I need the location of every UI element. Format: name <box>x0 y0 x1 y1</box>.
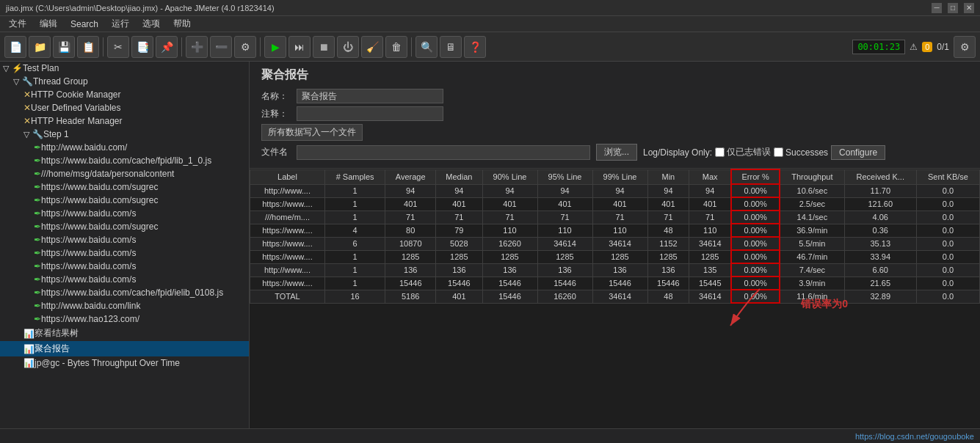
sidebar-item-sampler-9[interactable]: ✒ https://www.baidu.com/s <box>0 246 249 260</box>
sampler-icon: ✒ <box>34 248 41 258</box>
sampler-icon: ✒ <box>34 208 41 219</box>
vars-icon: ✕ <box>23 103 31 113</box>
file-row: 文件名 浏览... Log/Display Only: 仅已志错误 Succes… <box>261 144 968 161</box>
menu-file[interactable]: 文件 <box>3 16 32 32</box>
successes-checkbox-label[interactable]: Successes <box>774 147 828 158</box>
toolbar-shutdown[interactable]: ⏻ <box>337 36 359 58</box>
menu-options[interactable]: 选项 <box>137 16 166 32</box>
toolbar-clear[interactable]: 🧹 <box>361 36 383 58</box>
sidebar: ▽ ⚡ Test Plan ▽ 🔧 Thread Group ✕ HTTP Co… <box>0 62 250 428</box>
toolbar-start[interactable]: ▶ <box>264 36 286 58</box>
window-controls: ─ □ ✕ <box>932 3 974 13</box>
sidebar-item-sampler-13[interactable]: ✒ http://www.baidu.com/link <box>0 299 249 312</box>
errors-label: 仅已志错误 <box>727 146 771 158</box>
toolbar-copy[interactable]: 📑 <box>131 36 153 58</box>
toolbar-new[interactable]: 📄 <box>4 36 26 58</box>
toolbar-remove[interactable]: ➖ <box>210 36 232 58</box>
sidebar-item-header[interactable]: ✕ HTTP Header Manager <box>0 114 249 128</box>
menu-help[interactable]: 帮助 <box>167 16 197 32</box>
menu-run[interactable]: 运行 <box>106 16 135 32</box>
maximize-button[interactable]: □ <box>948 3 958 13</box>
minimize-button[interactable]: ─ <box>932 3 942 13</box>
sampler-icon: ✒ <box>34 274 41 285</box>
separator-1 <box>103 37 104 56</box>
col-error: Error % <box>731 169 780 184</box>
header-icon: ✕ <box>23 116 31 126</box>
sidebar-item-step1[interactable]: ▽ 🔧 Step 1 <box>0 128 249 141</box>
table-row: https://www....14014014014014014014010.0… <box>250 197 980 210</box>
col-95line: 95% Line <box>537 169 592 184</box>
sidebar-item-sampler-1[interactable]: ✒ http://www.baidu.com/ <box>0 141 249 154</box>
warn-icon: ⚠ <box>910 42 918 52</box>
sidebar-item-sampler-7[interactable]: ✒ https://www.baidu.com/sugrec <box>0 220 249 233</box>
toolbar-clear-all[interactable]: 🗑 <box>385 36 407 58</box>
menu-edit[interactable]: 编辑 <box>34 16 63 32</box>
col-min: Min <box>647 169 689 184</box>
filename-input[interactable] <box>297 145 590 160</box>
sidebar-item-label: Step 1 <box>43 129 69 139</box>
sidebar-item-testplan[interactable]: ▽ ⚡ Test Plan <box>0 62 249 75</box>
toolbar-cut[interactable]: ✂ <box>107 36 129 58</box>
sidebar-item-sampler-5[interactable]: ✒ https://www.baidu.com/sugrec <box>0 194 249 207</box>
sidebar-item-label: https://www.baidu.com/s <box>41 248 136 258</box>
sidebar-item-threadgroup[interactable]: ▽ 🔧 Thread Group <box>0 75 249 88</box>
sidebar-item-aggregate-report[interactable]: 📊 聚合报告 <box>0 341 249 356</box>
sidebar-item-sampler-4[interactable]: ✒ https://www.baidu.com/sugrec <box>0 180 249 194</box>
sidebar-item-sampler-6[interactable]: ✒ https://www.baidu.com/s <box>0 207 249 220</box>
sampler-icon: ✒ <box>34 182 41 192</box>
sampler-icon: ✒ <box>34 155 41 166</box>
sidebar-item-label: HTTP Cookie Manager <box>31 89 121 100</box>
sidebar-item-sampler-2[interactable]: ✒ https://www.baidu.com/cache/fpid/lib_1… <box>0 154 249 167</box>
errors-checkbox-label[interactable]: 仅已志错误 <box>715 146 771 158</box>
sidebar-item-sampler-14[interactable]: ✒ https://www.hao123.com/ <box>0 312 249 326</box>
toolbar-stop[interactable]: ⏹ <box>313 36 335 58</box>
all-data-label: 所有数据写入一个文件 <box>261 124 363 141</box>
toolbar: 📄 📁 💾 📋 ✂ 📑 📌 ➕ ➖ ⚙ ▶ ⏭ ⏹ ⏻ 🧹 🗑 🔍 🖥 ❓ 00… <box>0 32 980 62</box>
toolbar-start-no-pause[interactable]: ⏭ <box>288 36 311 58</box>
timer-display: 00:01:23 <box>852 40 905 54</box>
table-row: https://www....48079110110110481100.00%3… <box>250 224 980 237</box>
sidebar-item-sampler-12[interactable]: ✒ https://www.baidu.com/cache/fpid/ielib… <box>0 286 249 299</box>
table-row: https://www....1154461544615446154461544… <box>250 277 980 290</box>
sidebar-item-label: Thread Group <box>33 76 88 87</box>
toolbar-open[interactable]: 📁 <box>29 36 51 58</box>
col-received: Received K... <box>844 169 916 184</box>
close-button[interactable]: ✕ <box>964 3 974 13</box>
sidebar-item-label: HTTP Header Manager <box>31 116 123 126</box>
toolbar-save-as[interactable]: 📋 <box>77 36 99 58</box>
toolbar-save[interactable]: 💾 <box>53 36 75 58</box>
browse-button[interactable]: 浏览... <box>596 144 637 161</box>
toolbar-paste[interactable]: 📌 <box>156 36 178 58</box>
comment-label: 注释： <box>261 108 291 120</box>
sidebar-item-label: https://www.baidu.com/s <box>41 261 136 271</box>
toolbar-help[interactable]: ❓ <box>464 36 486 58</box>
comment-input[interactable] <box>297 106 443 121</box>
sidebar-item-cookie[interactable]: ✕ HTTP Cookie Manager <box>0 88 249 101</box>
toolbar-search[interactable]: 🔍 <box>415 36 438 58</box>
toolbar-remote[interactable]: 🖥 <box>440 36 462 58</box>
configure-button[interactable]: Configure <box>831 145 885 160</box>
sidebar-item-result-tree[interactable]: 📊 察看结果树 <box>0 326 249 341</box>
sidebar-item-sampler-8[interactable]: ✒ https://www.baidu.com/s <box>0 233 249 246</box>
col-sent: Sent KB/se <box>916 169 979 184</box>
sidebar-item-sampler-10[interactable]: ✒ https://www.baidu.com/s <box>0 260 249 273</box>
sidebar-item-label: https://www.baidu.com/sugrec <box>41 182 158 192</box>
step-icon: 🔧 <box>32 129 43 139</box>
sidebar-item-sampler-11[interactable]: ✒ https://www.baidu.com/s <box>0 273 249 286</box>
errors-checkbox[interactable] <box>715 147 725 157</box>
annotation-area: 错误率为0 <box>250 304 980 318</box>
name-input[interactable] <box>297 89 443 103</box>
sidebar-item-label: https://www.baidu.com/sugrec <box>41 222 158 232</box>
sidebar-item-sampler-3[interactable]: ✒ ///home/msg/data/personalcontent <box>0 167 249 180</box>
status-url: https://blog.csdn.net/gougouboke <box>855 432 974 441</box>
sidebar-item-bytes-throughput[interactable]: 📊 jp@gc - Bytes Throughput Over Time <box>0 356 249 370</box>
toolbar-add[interactable]: ➕ <box>186 36 208 58</box>
successes-checkbox[interactable] <box>774 147 783 157</box>
listener-icon: 📊 <box>23 344 35 354</box>
table-row: http://www....1949494949494940.00%10.6/s… <box>250 184 980 197</box>
toolbar-config-icon[interactable]: ⚙ <box>954 36 976 58</box>
col-90line: 90% Line <box>482 169 537 184</box>
toolbar-settings[interactable]: ⚙ <box>234 36 256 58</box>
sidebar-item-vars[interactable]: ✕ User Defined Variables <box>0 101 249 114</box>
menu-search[interactable]: Search <box>65 18 104 31</box>
